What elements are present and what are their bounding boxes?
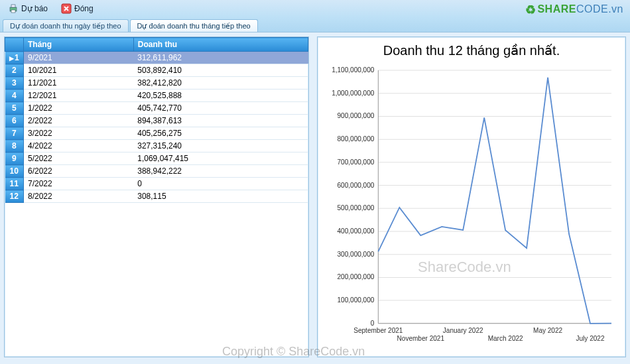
svg-text:January 2022: January 2022 [443,327,483,334]
svg-rect-1 [11,5,15,7]
table-row[interactable]: 73/2022405,256,275 [5,127,308,140]
revenue-table-pane: Tháng Doanh thu ▶19/2021312,611,962210/2… [4,36,309,357]
col-thang[interactable]: Tháng [24,38,134,52]
cell-doanhthu: 405,742,770 [133,102,308,115]
tab-0[interactable]: Dự đoán doanh thu ngày tiếp theo [3,19,129,32]
cell-thang: 2/2022 [24,115,134,127]
table-row[interactable]: 311/2021382,412,820 [5,77,308,90]
table-row[interactable]: 84/2022327,315,240 [5,140,308,152]
table-row[interactable]: 210/2021503,892,410 [5,64,308,77]
svg-text:1,100,000,000: 1,100,000,000 [332,66,375,74]
tabstrip: Dự đoán doanh thu ngày tiếp theoDự đoán … [0,17,630,32]
table-row[interactable]: 106/2022388,942,222 [5,165,308,178]
row-number-cell[interactable]: ▶1 [5,52,24,64]
svg-text:September 2021: September 2021 [353,327,403,334]
table-row[interactable]: 412/2021420,525,888 [5,90,308,102]
cell-doanhthu: 503,892,410 [133,64,308,77]
cell-doanhthu: 308,115 [133,190,308,203]
col-rownum[interactable] [5,38,24,52]
row-number-cell[interactable]: 4 [5,90,24,102]
svg-text:100,000,000: 100,000,000 [338,296,375,304]
printer-icon [8,3,19,14]
cell-doanhthu: 0 [133,178,308,190]
cell-doanhthu: 894,387,613 [133,115,308,127]
close-label: Đóng [74,4,94,13]
table-row[interactable]: 51/2022405,742,770 [5,102,308,115]
cell-thang: 10/2021 [24,64,134,77]
svg-rect-2 [11,10,15,13]
row-number-cell[interactable]: 2 [5,64,24,77]
svg-text:1,000,000,000: 1,000,000,000 [332,90,375,97]
cell-thang: 1/2022 [24,102,134,115]
row-number-cell[interactable]: 12 [5,190,24,203]
cell-thang: 7/2022 [24,178,134,190]
table-row[interactable]: 117/20220 [5,178,308,190]
chart-pane: Doanh thu 12 tháng gần nhất. 0100,000,00… [317,36,626,357]
row-number-cell[interactable]: 8 [5,140,24,152]
svg-text:700,000,000: 700,000,000 [338,158,375,166]
cell-thang: 4/2022 [24,140,134,152]
row-number-cell[interactable]: 9 [5,152,24,165]
forecast-label: Dự báo [21,4,48,13]
row-number-cell[interactable]: 6 [5,115,24,127]
svg-text:November 2021: November 2021 [397,335,445,342]
table-row[interactable]: 62/2022894,387,613 [5,115,308,127]
table-row[interactable]: ▶19/2021312,611,962 [5,52,308,64]
row-number-cell[interactable]: 11 [5,178,24,190]
cell-doanhthu: 312,611,962 [133,52,308,64]
cell-thang: 12/2021 [24,90,134,102]
cell-thang: 11/2021 [24,77,134,90]
recycle-icon: ♻ [525,3,536,17]
svg-text:300,000,000: 300,000,000 [338,251,375,258]
row-number-cell[interactable]: 5 [5,102,24,115]
revenue-table[interactable]: Tháng Doanh thu ▶19/2021312,611,962210/2… [5,37,308,203]
cell-doanhthu: 1,069,047,415 [133,152,308,165]
svg-text:500,000,000: 500,000,000 [338,204,375,212]
svg-text:800,000,000: 800,000,000 [338,135,375,143]
svg-text:200,000,000: 200,000,000 [338,273,375,280]
svg-text:May 2022: May 2022 [533,327,562,334]
svg-text:0: 0 [371,320,375,327]
line-chart: 0100,000,000200,000,000300,000,000400,00… [324,64,619,350]
cell-doanhthu: 382,412,820 [133,77,308,90]
cell-doanhthu: 388,942,222 [133,165,308,178]
chart-title: Doanh thu 12 tháng gần nhất. [318,42,625,58]
table-row[interactable]: 128/2022308,115 [5,190,308,203]
row-number-cell[interactable]: 3 [5,77,24,90]
cell-doanhthu: 327,315,240 [133,140,308,152]
svg-text:July 2022: July 2022 [576,335,605,342]
close-icon [61,3,72,14]
forecast-button[interactable]: Dự báo [4,2,52,15]
close-button[interactable]: Đóng [57,2,97,15]
table-row[interactable]: 95/20221,069,047,415 [5,152,308,165]
svg-text:900,000,000: 900,000,000 [338,112,375,119]
row-number-cell[interactable]: 10 [5,165,24,178]
col-doanhthu[interactable]: Doanh thu [133,38,308,52]
cell-thang: 6/2022 [24,165,134,178]
cell-thang: 5/2022 [24,152,134,165]
row-number-cell[interactable]: 7 [5,127,24,140]
logo: ♻SHARECODE.vn [525,3,623,17]
cell-doanhthu: 405,256,275 [133,127,308,140]
content-area: Tháng Doanh thu ▶19/2021312,611,962210/2… [0,32,630,364]
cell-thang: 8/2022 [24,190,134,203]
svg-text:400,000,000: 400,000,000 [338,227,375,235]
svg-text:March 2022: March 2022 [488,335,523,342]
tab-1[interactable]: Dự đoán doanh thu tháng tiếp theo [130,19,258,32]
chart-area: 0100,000,000200,000,000300,000,000400,00… [324,64,619,350]
svg-text:600,000,000: 600,000,000 [338,182,375,189]
cell-thang: 3/2022 [24,127,134,140]
cell-thang: 9/2021 [24,52,134,64]
cell-doanhthu: 420,525,888 [133,90,308,102]
